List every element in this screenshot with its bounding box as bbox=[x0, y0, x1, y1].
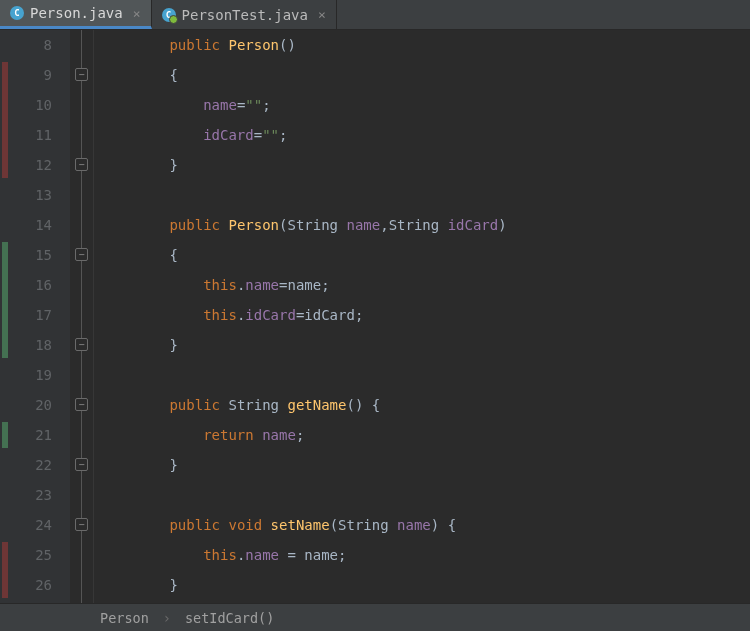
code-line[interactable]: name=""; bbox=[102, 90, 750, 120]
code-line[interactable]: { bbox=[102, 240, 750, 270]
code-editor[interactable]: 891011121314151617181920212223242526 −−−… bbox=[0, 30, 750, 603]
vcs-green-marker[interactable] bbox=[2, 422, 8, 448]
code-line[interactable]: this.idCard=idCard; bbox=[102, 300, 750, 330]
breadcrumb-class[interactable]: Person bbox=[100, 610, 149, 626]
breadcrumb[interactable]: Person › setIdCard() bbox=[0, 603, 750, 631]
chevron-right-icon: › bbox=[163, 610, 171, 626]
fold-toggle-icon[interactable]: − bbox=[75, 68, 88, 81]
code-line[interactable]: public Person(String name,String idCard) bbox=[102, 210, 750, 240]
line-number[interactable]: 11 bbox=[10, 120, 52, 150]
code-line[interactable]: } bbox=[102, 570, 750, 600]
line-number[interactable]: 18 bbox=[10, 330, 52, 360]
line-number[interactable]: 17 bbox=[10, 300, 52, 330]
close-icon[interactable]: × bbox=[133, 6, 141, 21]
vcs-change-markers bbox=[0, 30, 10, 603]
java-test-class-icon: C bbox=[162, 8, 176, 22]
code-line[interactable]: } bbox=[102, 150, 750, 180]
line-number[interactable]: 8 bbox=[10, 30, 52, 60]
code-line[interactable]: { bbox=[102, 60, 750, 90]
line-number[interactable]: 25 bbox=[10, 540, 52, 570]
fold-toggle-icon[interactable]: − bbox=[75, 518, 88, 531]
line-number[interactable]: 23 bbox=[10, 480, 52, 510]
code-line[interactable] bbox=[102, 180, 750, 210]
breadcrumb-method[interactable]: setIdCard() bbox=[185, 610, 274, 626]
line-number[interactable]: 12 bbox=[10, 150, 52, 180]
line-number[interactable]: 26 bbox=[10, 570, 52, 600]
fold-toggle-icon[interactable]: − bbox=[75, 398, 88, 411]
code-line[interactable]: public void setName(String name) { bbox=[102, 510, 750, 540]
line-number[interactable]: 22 bbox=[10, 450, 52, 480]
line-number[interactable]: 21 bbox=[10, 420, 52, 450]
vcs-red-marker[interactable] bbox=[2, 62, 8, 178]
vcs-red-marker[interactable] bbox=[2, 542, 8, 598]
code-line[interactable]: } bbox=[102, 450, 750, 480]
fold-toggle-icon[interactable]: − bbox=[75, 158, 88, 171]
code-line[interactable] bbox=[102, 360, 750, 390]
code-area[interactable]: public Person() { name=""; idCard=""; } … bbox=[94, 30, 750, 603]
code-line[interactable] bbox=[102, 480, 750, 510]
code-line[interactable]: } bbox=[102, 330, 750, 360]
editor-tabs: C Person.java × C PersonTest.java × bbox=[0, 0, 750, 30]
code-line[interactable]: public String getName() { bbox=[102, 390, 750, 420]
fold-column[interactable]: −−−−−−− bbox=[70, 30, 94, 603]
line-number[interactable]: 10 bbox=[10, 90, 52, 120]
line-number[interactable]: 20 bbox=[10, 390, 52, 420]
line-number[interactable]: 24 bbox=[10, 510, 52, 540]
line-number[interactable]: 15 bbox=[10, 240, 52, 270]
line-number[interactable]: 19 bbox=[10, 360, 52, 390]
line-number-gutter[interactable]: 891011121314151617181920212223242526 bbox=[10, 30, 70, 603]
fold-toggle-icon[interactable]: − bbox=[75, 338, 88, 351]
code-line[interactable]: idCard=""; bbox=[102, 120, 750, 150]
tab-label: Person.java bbox=[30, 5, 123, 21]
vcs-green-marker[interactable] bbox=[2, 242, 8, 358]
line-number[interactable]: 16 bbox=[10, 270, 52, 300]
fold-toggle-icon[interactable]: − bbox=[75, 458, 88, 471]
code-line[interactable]: this.name=name; bbox=[102, 270, 750, 300]
code-line[interactable]: return name; bbox=[102, 420, 750, 450]
line-number[interactable]: 9 bbox=[10, 60, 52, 90]
tab-person-java[interactable]: C Person.java × bbox=[0, 0, 152, 29]
tab-label: PersonTest.java bbox=[182, 7, 308, 23]
line-number[interactable]: 14 bbox=[10, 210, 52, 240]
close-icon[interactable]: × bbox=[318, 7, 326, 22]
java-class-icon: C bbox=[10, 6, 24, 20]
line-number[interactable]: 13 bbox=[10, 180, 52, 210]
fold-toggle-icon[interactable]: − bbox=[75, 248, 88, 261]
tab-persontest-java[interactable]: C PersonTest.java × bbox=[152, 0, 337, 29]
code-line[interactable]: this.name = name; bbox=[102, 540, 750, 570]
code-line[interactable]: public Person() bbox=[102, 30, 750, 60]
